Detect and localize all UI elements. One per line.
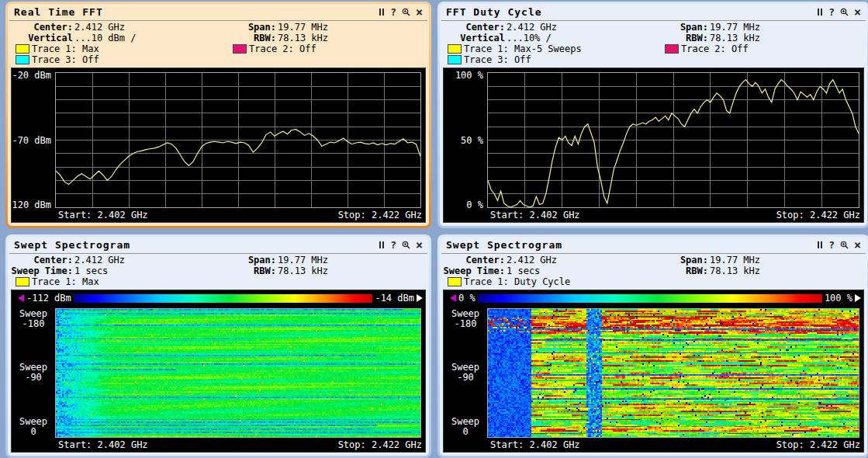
sweep-time-value: 1 secs	[507, 265, 540, 276]
duty-cycle-chart: 100 % 50 % 0 % Start: 2.402 GHz Stop: 2.…	[443, 68, 864, 223]
y-axis-labels: -20 dBm -70 dBm -120 dBm	[12, 72, 55, 208]
trace-2-swatch	[233, 44, 247, 54]
plot-area[interactable]	[55, 72, 421, 208]
start-freq-label: Start: 2.402 GHz	[58, 439, 148, 450]
trace-2-swatch	[665, 44, 679, 54]
spectrogram-plot[interactable]	[487, 308, 859, 438]
plot-area[interactable]	[487, 72, 859, 208]
center-value: 2.412 GHz	[74, 22, 125, 33]
titlebar[interactable]: Swept Spectrogram ? ×	[8, 237, 429, 252]
rbw-value: 78.13 kHz	[278, 33, 328, 43]
colorbar-gradient	[74, 294, 373, 303]
trace-1-swatch	[16, 44, 29, 54]
stop-freq-label: Stop: 2.422 GHz	[338, 210, 422, 220]
settings-readout: Center:2.412 GHz Span:19.77 MHz Vertical…	[440, 21, 867, 43]
spectrogram-chart: 0 % 100 % Sweep-180 Sweep-90 Sweep0	[443, 290, 864, 453]
panel-title: Real Time FFT	[14, 6, 103, 18]
panel-title: Swept Spectrogram	[14, 239, 130, 251]
close-icon[interactable]: ×	[854, 9, 861, 16]
close-icon[interactable]: ×	[416, 9, 423, 16]
pause-icon[interactable]	[379, 9, 385, 16]
y-axis-labels: 100 % 50 % 0 %	[444, 72, 487, 208]
x-axis-labels: Start: 2.402 GHz Stop: 2.422 GHz	[12, 438, 425, 452]
span-value: 19.77 MHz	[278, 255, 328, 265]
trace-legend: Trace 1: Max	[8, 276, 429, 287]
panel-swept-spectrogram-max: Swept Spectrogram ? × Center:2.412 GHz S…	[5, 234, 431, 458]
trace-1-swatch	[448, 44, 462, 54]
stop-freq-label: Stop: 2.422 GHz	[776, 210, 860, 220]
vertical-value: ...10% /	[507, 33, 552, 43]
center-label: Center:	[11, 22, 73, 33]
span-label: Span:	[676, 255, 708, 265]
center-value: 2.412 GHz	[507, 255, 557, 265]
rbw-label: RBW:	[676, 33, 708, 43]
zoom-icon[interactable]	[840, 241, 849, 249]
trace-1-legend[interactable]: Trace 1: Max-5 Sweeps	[448, 43, 665, 54]
center-value: 2.412 GHz	[507, 22, 557, 33]
x-axis-labels: Start: 2.402 GHz Stop: 2.422 GHz	[444, 208, 863, 222]
panel-grid: Real Time FFT ? × Center:2.412 GHz Span:…	[0, 0, 868, 458]
center-label: Center:	[443, 255, 505, 265]
panel-title: FFT Duty Cycle	[446, 6, 542, 18]
trace-legend: Trace 1: Max-5 Sweeps Trace 2: Off Trace…	[440, 43, 867, 65]
panel-real-time-fft: Real Time FFT ? × Center:2.412 GHz Span:…	[5, 2, 431, 228]
trace-2-legend[interactable]: Trace 2: Off	[233, 43, 426, 54]
sweep-time-label: Sweep Time:	[11, 265, 73, 276]
span-label: Span:	[244, 255, 276, 265]
colorbar-min-arrow-icon[interactable]	[450, 294, 456, 302]
vertical-label: Vertical	[443, 33, 505, 43]
rbw-value: 78.13 kHz	[710, 33, 760, 43]
help-icon[interactable]: ?	[390, 241, 396, 249]
trace-1-legend[interactable]: Trace 1: Max	[16, 276, 233, 287]
panel-title: Swept Spectrogram	[446, 239, 562, 251]
sweep-axis-labels: Sweep-180 Sweep-90 Sweep0	[12, 308, 55, 438]
spectrogram-plot[interactable]	[55, 308, 421, 438]
vertical-value: ...10 dBm /	[74, 33, 136, 43]
fft-chart: -20 dBm -70 dBm -120 dBm Start: 2.402 GH…	[11, 68, 426, 223]
rbw-label: RBW:	[244, 265, 276, 276]
help-icon[interactable]: ?	[828, 241, 835, 249]
trace-2-legend[interactable]: Trace 2: Off	[665, 43, 864, 54]
help-icon[interactable]: ?	[390, 9, 396, 16]
colorbar-gradient	[478, 294, 822, 303]
pause-icon[interactable]	[817, 9, 823, 16]
pause-icon[interactable]	[379, 241, 385, 248]
colorbar-max-label: 100 %	[825, 293, 852, 304]
colorbar-max-arrow-icon[interactable]	[855, 294, 861, 302]
close-icon[interactable]: ×	[416, 241, 423, 249]
trace-1-legend[interactable]: Trace 1: Max	[16, 43, 233, 54]
panel-swept-spectrogram-duty: Swept Spectrogram ? × Center:2.412 GHz S…	[437, 234, 868, 458]
zoom-icon[interactable]	[402, 8, 410, 16]
titlebar[interactable]: Real Time FFT ? ×	[8, 4, 429, 19]
help-icon[interactable]: ?	[828, 9, 835, 16]
start-freq-label: Start: 2.402 GHz	[58, 210, 148, 220]
titlebar[interactable]: Swept Spectrogram ? ×	[440, 237, 867, 252]
stop-freq-label: Stop: 2.422 GHz	[776, 439, 860, 450]
trace-1-swatch	[448, 277, 462, 286]
pause-icon[interactable]	[817, 241, 823, 248]
trace-1-swatch	[16, 277, 29, 286]
colorbar-min-arrow-icon[interactable]	[18, 294, 24, 302]
settings-readout: Center:2.412 GHz Span:19.77 MHz Sweep Ti…	[8, 254, 429, 276]
colorbar: 0 % 100 %	[444, 290, 863, 304]
center-label: Center:	[443, 22, 505, 33]
trace-3-legend[interactable]: Trace 3: Off	[16, 54, 233, 65]
span-value: 19.77 MHz	[278, 22, 328, 33]
trace-1-legend[interactable]: Trace 1: Duty Cycle	[448, 276, 665, 287]
sweep-time-label: Sweep Time:	[443, 265, 505, 276]
zoom-icon[interactable]	[402, 241, 410, 249]
vertical-label: Vertical	[11, 33, 73, 43]
spectrogram-chart: -112 dBm -14 dBm Sweep-180 Sweep-90 Swee…	[11, 290, 426, 453]
rbw-label: RBW:	[676, 265, 708, 276]
center-value: 2.412 GHz	[74, 255, 125, 265]
titlebar[interactable]: FFT Duty Cycle ? ×	[440, 4, 867, 19]
start-freq-label: Start: 2.402 GHz	[490, 439, 580, 450]
close-icon[interactable]: ×	[854, 241, 861, 249]
rbw-label: RBW:	[244, 33, 276, 43]
rbw-value: 78.13 kHz	[710, 265, 760, 276]
zoom-icon[interactable]	[840, 8, 849, 16]
trace-3-legend[interactable]: Trace 3: Off	[448, 54, 665, 65]
colorbar-max-arrow-icon[interactable]	[417, 294, 423, 302]
trace-3-swatch	[448, 55, 462, 64]
span-label: Span:	[676, 22, 708, 33]
